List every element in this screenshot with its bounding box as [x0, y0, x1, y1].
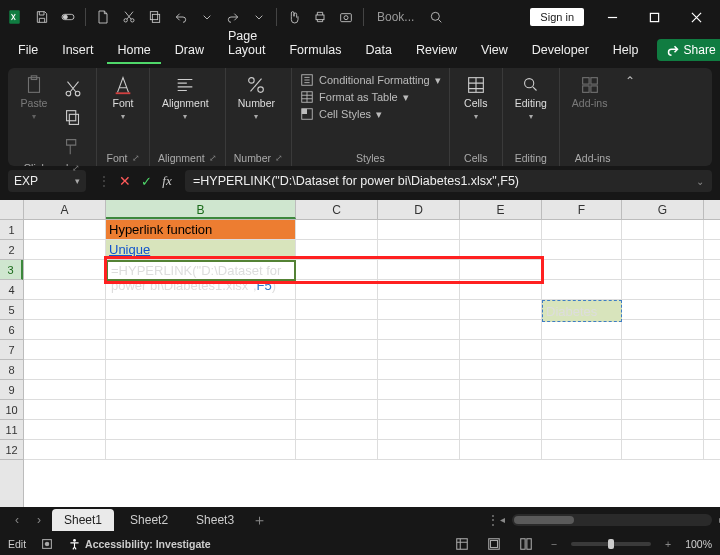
sheet-tab-2[interactable]: Sheet2: [118, 509, 180, 531]
cell-styles-button[interactable]: Cell Styles ▾: [300, 106, 441, 122]
sheet-tab-1[interactable]: Sheet1: [52, 509, 114, 531]
menu-insert[interactable]: Insert: [52, 38, 103, 64]
spreadsheet: A B C D E F G 1 2 3 4 5 6 7 8 9 10 11 12…: [0, 200, 720, 507]
row-header-12[interactable]: 12: [0, 440, 23, 460]
menu-file[interactable]: File: [8, 38, 48, 64]
row-header-11[interactable]: 11: [0, 420, 23, 440]
row-header-10[interactable]: 10: [0, 400, 23, 420]
font-button[interactable]: Font▾: [105, 72, 141, 123]
horizontal-scrollbar[interactable]: ◂▸: [512, 514, 712, 526]
dialog-launcher-icon[interactable]: ⤢: [209, 153, 217, 163]
row-header-7[interactable]: 7: [0, 340, 23, 360]
sheet-nav-next[interactable]: ›: [30, 513, 48, 527]
col-header-D[interactable]: D: [378, 200, 460, 219]
format-as-table-button[interactable]: Format as Table ▾: [300, 89, 441, 105]
accessibility-status[interactable]: Accessibility: Investigate: [68, 538, 210, 551]
menu-developer[interactable]: Developer: [522, 38, 599, 64]
menu-data[interactable]: Data: [356, 38, 402, 64]
new-file-icon[interactable]: [91, 5, 115, 29]
divider: ⋮: [95, 172, 113, 190]
col-header-B[interactable]: B: [106, 200, 296, 219]
zoom-level[interactable]: 100%: [685, 538, 712, 550]
row-header-1[interactable]: 1: [0, 220, 23, 240]
svg-rect-6: [150, 12, 157, 20]
svg-rect-28: [591, 78, 597, 84]
addins-button: Add-ins: [568, 72, 612, 112]
menu-review[interactable]: Review: [406, 38, 467, 64]
number-button[interactable]: Number▾: [234, 72, 279, 123]
dialog-launcher-icon[interactable]: ⤢: [132, 153, 140, 163]
sheet-tabs: ‹ › Sheet1 Sheet2 Sheet3 ＋ ⋮ ◂▸: [0, 507, 720, 533]
cell-B2[interactable]: Unique: [106, 240, 296, 259]
reference-cell-F5[interactable]: Diabetes: [542, 300, 622, 322]
collapse-ribbon-button[interactable]: ⌃: [625, 68, 647, 88]
row-header-8[interactable]: 8: [0, 360, 23, 380]
search-icon[interactable]: [424, 5, 448, 29]
macro-record-icon[interactable]: [36, 536, 58, 552]
cell-B1[interactable]: Hyperlink function: [106, 220, 296, 239]
enter-button[interactable]: ✓: [137, 172, 155, 190]
minimize-button[interactable]: [592, 1, 632, 33]
menu-formulas[interactable]: Formulas: [279, 38, 351, 64]
row-header-9[interactable]: 9: [0, 380, 23, 400]
zoom-out-button[interactable]: −: [547, 538, 561, 550]
expand-formula-bar-icon[interactable]: ⌄: [696, 176, 704, 187]
dialog-launcher-icon[interactable]: ⤢: [275, 153, 283, 163]
undo-icon[interactable]: [169, 5, 193, 29]
maximize-button[interactable]: [634, 1, 674, 33]
sign-in-button[interactable]: Sign in: [530, 8, 584, 26]
save-icon[interactable]: [30, 5, 54, 29]
menu-page-layout[interactable]: Page Layout: [218, 24, 276, 64]
select-all-corner[interactable]: [0, 200, 24, 219]
row-header-5[interactable]: 5: [0, 300, 23, 320]
share-button[interactable]: Share ▾: [657, 39, 720, 61]
chevron-down-icon[interactable]: [195, 5, 219, 29]
autosave-toggle-icon[interactable]: [56, 5, 80, 29]
cancel-button[interactable]: ✕: [116, 172, 134, 190]
page-layout-view-button[interactable]: [483, 536, 505, 552]
insert-function-button[interactable]: fx: [158, 172, 176, 190]
menu-draw[interactable]: Draw: [165, 38, 214, 64]
separator: [363, 8, 364, 26]
menu-help[interactable]: Help: [603, 38, 649, 64]
cut-button[interactable]: [58, 76, 88, 102]
col-header-E[interactable]: E: [460, 200, 542, 219]
cell-grid[interactable]: Hyperlink function Unique =HYPERLINK("D:…: [24, 220, 720, 507]
svg-point-19: [249, 78, 255, 84]
clipboard-icon: [23, 74, 45, 96]
editing-button[interactable]: Editing▾: [511, 72, 551, 123]
svg-rect-34: [457, 539, 468, 550]
col-header-C[interactable]: C: [296, 200, 378, 219]
row-header-4[interactable]: 4: [0, 280, 23, 300]
page-break-view-button[interactable]: [515, 536, 537, 552]
name-box[interactable]: EXP▾: [8, 170, 86, 192]
copy-icon[interactable]: [143, 5, 167, 29]
new-sheet-button[interactable]: ＋: [250, 511, 268, 530]
normal-view-button[interactable]: [451, 536, 473, 552]
menu-view[interactable]: View: [471, 38, 518, 64]
sheet-nav-prev[interactable]: ‹: [8, 513, 26, 527]
formula-input[interactable]: =HYPERLINK("D:\Dataset for power bi\Diab…: [185, 170, 712, 192]
row-header-2[interactable]: 2: [0, 240, 23, 260]
cells-button[interactable]: Cells▾: [458, 72, 494, 123]
document-title[interactable]: Book...: [377, 10, 414, 24]
alignment-button[interactable]: Alignment▾: [158, 72, 213, 123]
column-headers: A B C D E F G: [0, 200, 720, 220]
copy-button[interactable]: [58, 105, 88, 131]
col-header-G[interactable]: G: [622, 200, 704, 219]
cut-icon[interactable]: [117, 5, 141, 29]
row-header-6[interactable]: 6: [0, 320, 23, 340]
zoom-slider[interactable]: [571, 542, 651, 546]
dialog-launcher-icon[interactable]: ⤢: [72, 163, 80, 173]
sheet-tab-3[interactable]: Sheet3: [184, 509, 246, 531]
active-edit-cell[interactable]: =HYPERLINK("D:\Dataset for power bi\Diab…: [106, 260, 296, 281]
col-header-A[interactable]: A: [24, 200, 106, 219]
chevron-down-icon[interactable]: ▾: [75, 176, 80, 186]
col-header-F[interactable]: F: [542, 200, 622, 219]
share-label: Share: [684, 43, 716, 57]
zoom-in-button[interactable]: +: [661, 538, 675, 550]
conditional-formatting-button[interactable]: Conditional Formatting ▾: [300, 72, 441, 88]
close-button[interactable]: [676, 1, 716, 33]
row-header-3[interactable]: 3: [0, 260, 23, 280]
menu-home[interactable]: Home: [107, 38, 160, 64]
